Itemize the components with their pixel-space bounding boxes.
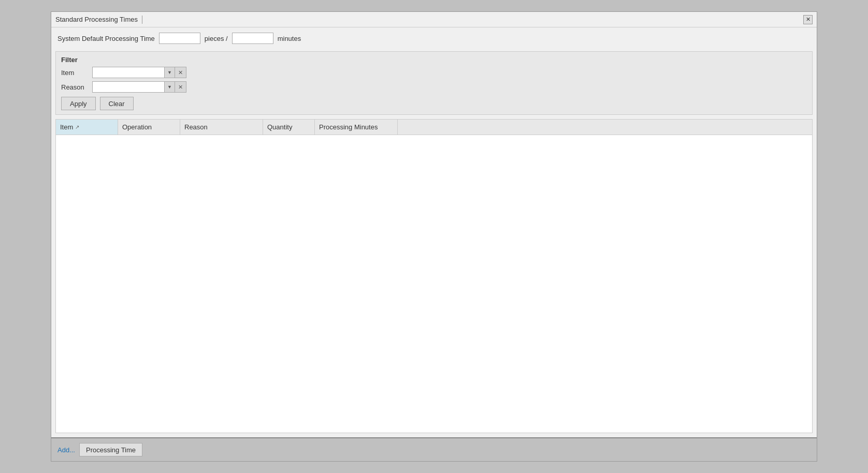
footer: Add... Processing Time: [51, 437, 817, 461]
clear-button[interactable]: Clear: [100, 97, 134, 110]
pieces-unit-label: pieces /: [205, 35, 228, 42]
system-default-label: System Default Processing Time: [57, 35, 155, 42]
item-filter-group: ▼ ✕: [92, 67, 186, 78]
item-dropdown-button[interactable]: ▼: [165, 67, 175, 78]
processing-time-button[interactable]: Processing Time: [79, 443, 142, 456]
minutes-unit-label: minutes: [278, 35, 301, 42]
close-button[interactable]: ✕: [803, 15, 813, 24]
reason-filter-input[interactable]: [92, 81, 165, 93]
reason-filter-row: Reason ▼ ✕: [61, 81, 807, 93]
content-area: System Default Processing Time pieces / …: [51, 27, 817, 437]
col-header-reason[interactable]: Reason: [180, 120, 263, 135]
window-title: Standard Processing Times: [55, 16, 138, 23]
filter-title: Filter: [61, 56, 807, 64]
reason-filter-label: Reason: [61, 83, 92, 91]
filter-buttons: Apply Clear: [61, 97, 807, 110]
col-header-quantity[interactable]: Quantity: [263, 120, 315, 135]
add-link[interactable]: Add...: [57, 446, 75, 454]
table-body: [56, 135, 812, 433]
pieces-input[interactable]: [159, 33, 200, 44]
col-operation-label: Operation: [122, 123, 152, 131]
title-divider: [142, 16, 142, 24]
filter-section: Filter Item ▼ ✕ Reason ▼ ✕: [55, 51, 813, 115]
title-bar-left: Standard Processing Times: [55, 16, 144, 24]
col-header-operation[interactable]: Operation: [118, 120, 180, 135]
reason-filter-group: ▼ ✕: [92, 81, 186, 93]
table-area: Item ↗ Operation Reason Quantity Process…: [55, 119, 813, 433]
sort-indicator-item: ↗: [75, 124, 79, 130]
reason-dropdown-button[interactable]: ▼: [165, 81, 175, 93]
item-filter-input[interactable]: [92, 67, 165, 78]
col-processing-minutes-label: Processing Minutes: [319, 123, 378, 131]
col-header-item[interactable]: Item ↗: [56, 120, 118, 135]
minutes-input[interactable]: [232, 33, 273, 44]
col-item-label: Item: [60, 123, 73, 131]
item-filter-label: Item: [61, 69, 92, 77]
col-quantity-label: Quantity: [267, 123, 292, 131]
title-bar: Standard Processing Times ✕: [51, 12, 817, 27]
item-clear-button[interactable]: ✕: [175, 67, 186, 78]
reason-clear-button[interactable]: ✕: [175, 81, 186, 93]
apply-button[interactable]: Apply: [61, 97, 96, 110]
col-header-processing-minutes[interactable]: Processing Minutes: [315, 120, 398, 135]
item-filter-row: Item ▼ ✕: [61, 67, 807, 78]
system-default-row: System Default Processing Time pieces / …: [51, 27, 817, 49]
col-reason-label: Reason: [184, 123, 208, 131]
main-window: Standard Processing Times ✕ System Defau…: [51, 11, 817, 462]
table-header: Item ↗ Operation Reason Quantity Process…: [56, 120, 812, 135]
